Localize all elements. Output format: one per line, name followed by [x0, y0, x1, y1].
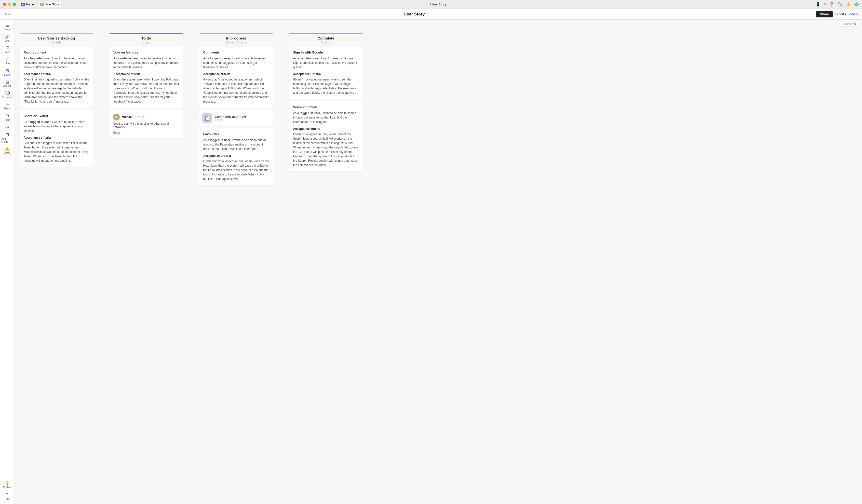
card-comments-ac-title: Acceptance criteria — [203, 72, 269, 76]
column-todo-title: To do — [109, 36, 183, 40]
sidebar-label-ai-ideas: AI Ideas — [3, 486, 12, 489]
tab-home[interactable]: M Home — [19, 2, 36, 7]
card-favourites[interactable]: Favourites As a logged-in user, I want t… — [199, 128, 273, 185]
content-header: 0 Unsorted — [15, 19, 862, 29]
card-vote-ac: Given I'm a guest user, when I open the … — [114, 77, 179, 104]
sidebar-item-add-image[interactable]: 🖼 Add image — [0, 131, 14, 145]
card-twitter-ac-title: Acceptance criteria — [24, 136, 89, 140]
sidebar-item-sketch[interactable]: ✏ Sketch — [0, 101, 14, 112]
app-tabs: M Home User Story — [19, 2, 61, 7]
card-comments-user-flow[interactable]: 📋 Comments user flow 0 cards — [199, 110, 273, 126]
todo-icon: ☑ — [6, 46, 9, 50]
arrow-todo-inprogress: → — [188, 52, 194, 57]
view-button[interactable]: View ▾ — [849, 12, 858, 16]
card-search-function[interactable]: Search function As a logged-in user, I w… — [289, 101, 363, 171]
arrow-inprogress-complete: → — [278, 52, 284, 57]
export-button[interactable]: Export ▾ — [835, 12, 847, 16]
sidebar-label-comment: Comment — [2, 96, 13, 98]
column-icon: ▤ — [5, 80, 9, 84]
mobile-icon[interactable]: 📱 — [815, 2, 821, 6]
sidebar-item-column[interactable]: ▤ Column — [0, 78, 14, 89]
sidebar-item-note[interactable]: ☰ Note — [0, 22, 14, 33]
help-icon[interactable]: ❓ — [829, 2, 834, 6]
card-search-ac: Given I'm a logged-in user, when I selec… — [293, 132, 359, 167]
card-vote-ac-title: Acceptance criteria — [114, 72, 179, 76]
column-inprogress: In progress 1 board, 2 cards Comments As… — [199, 32, 273, 500]
column-inprogress-subtitle: 1 board, 2 cards — [199, 41, 273, 44]
sidebar-item-line[interactable]: ╱ Line — [0, 55, 14, 67]
sidebar-item-board[interactable]: ⊞ Board — [0, 67, 14, 78]
sidebar-item-more[interactable]: ••• — [0, 123, 14, 131]
sidebar-label-line: Line — [5, 62, 10, 65]
card-report-ac-title: Acceptance criteria — [24, 72, 89, 76]
sidebar-label-note: Note — [5, 28, 10, 31]
sidebar-item-trash[interactable]: 🗑 Trash — [0, 491, 14, 502]
card-comments[interactable]: Comments As a logged-in user, I want to … — [199, 47, 273, 108]
settings-icon[interactable]: ⚙️ — [854, 2, 859, 6]
share-button[interactable]: Share — [816, 11, 833, 17]
card-sign-in-google[interactable]: Sign in with Google As an existing user,… — [289, 47, 363, 99]
title-actions: 📱 0 ❓ 🔍 🔔 ⚙️ — [815, 2, 859, 6]
window-controls — [3, 3, 16, 6]
board-thumb: 📋 — [202, 113, 212, 123]
card-favourites-ac-title: Acceptance Criteria — [203, 154, 269, 158]
board-thumb-info: Comments user flow 0 cards — [214, 115, 246, 121]
card-report-ac: Given that I'm a logged-in user, when I … — [24, 77, 89, 104]
miro-icon: M — [21, 3, 25, 6]
comment-reply-button[interactable]: Reply — [113, 131, 120, 134]
card-vote-title: Vote on features — [114, 51, 179, 54]
arrow-backlog-todo: → — [98, 52, 105, 57]
card-twitter-body: As a logged-in user, I want to be able t… — [24, 120, 89, 133]
comment-michael: M Michael 6 Nov 2019 Need to clarify if … — [109, 110, 183, 138]
maximize-button[interactable] — [13, 3, 16, 6]
column-todo: To do 1 card Vote on features As a websi… — [109, 32, 183, 500]
board-thumb-title: Comments user flow — [214, 115, 246, 119]
minimize-button[interactable] — [8, 3, 11, 6]
column-backlog-header: User Stories Backlog 2 cards — [19, 32, 93, 47]
tab-user-story[interactable]: User Story — [38, 2, 61, 7]
sidebar-label-sketch: Sketch — [3, 107, 11, 110]
sidebar: ☰ Note 🔗 Link ☑ To-do ╱ Line ⊞ Board ▤ C… — [0, 19, 15, 504]
card-share-twitter[interactable]: Share on Twitter As a logged-in user, I … — [19, 110, 93, 167]
card-vote-features[interactable]: Vote on features As a website user, I wa… — [109, 47, 183, 108]
sidebar-item-todo[interactable]: ☑ To-do — [0, 44, 14, 55]
link-icon: 🔗 — [5, 35, 10, 39]
card-twitter-ac: Give that I'm a logged in user, when I c… — [24, 141, 89, 163]
column-complete: Complete 2 cards Sign in with Google As … — [289, 32, 363, 500]
column-inprogress-header: In progress 1 board, 2 cards — [199, 32, 273, 47]
sidebar-item-link[interactable]: 🔗 Link — [0, 33, 14, 44]
card-comments-body: As a logged-in user, I want to be able t… — [203, 56, 269, 69]
sidebar-label-trash: Trash — [4, 498, 10, 500]
column-backlog-title: User Stories Backlog — [19, 36, 93, 40]
window-title: User Story — [430, 2, 446, 6]
sidebar-item-draw[interactable]: ✍ Draw — [0, 145, 14, 156]
page-title: User Story — [404, 12, 425, 16]
card-search-ac-title: Acceptance criteria — [293, 127, 359, 131]
search-icon[interactable]: 🔍 — [837, 2, 843, 6]
card-signin-ac-title: Acceptance Criteria — [293, 72, 359, 76]
draw-icon: ✍ — [5, 147, 10, 151]
card-report-body: As a logged-in user, I want to be able t… — [24, 56, 89, 69]
column-todo-subtitle: 1 card — [109, 41, 183, 44]
app-body: ☰ Note 🔗 Link ☑ To-do ╱ Line ⊞ Board ▤ C… — [0, 19, 862, 504]
board-thumb-icon: 📋 — [204, 115, 210, 121]
bell-icon[interactable]: 🔔 — [846, 2, 851, 6]
main-toolbar: Saved User Story Share Export ▾ View ▾ — [0, 9, 862, 19]
sketch-icon: ✏ — [6, 103, 9, 106]
sidebar-item-ai-ideas[interactable]: 💡 AI Ideas — [0, 479, 14, 491]
card-signin-ac: Given I'm a logged out user, when I open… — [293, 77, 359, 95]
column-complete-cards: Sign in with Google As an existing user,… — [289, 47, 363, 500]
column-todo-header: To do 1 card — [109, 32, 183, 47]
card-report-content[interactable]: Report content As a logged-in user, I wa… — [19, 47, 93, 108]
column-complete-header: Complete 2 cards — [289, 32, 363, 47]
board-icon: ⊞ — [6, 69, 9, 72]
close-button[interactable] — [3, 3, 6, 6]
sidebar-item-comment[interactable]: 💬 Comment — [0, 89, 14, 101]
comment-avatar: M — [113, 114, 120, 120]
add-image-icon: 🖼 — [5, 133, 9, 137]
sidebar-item-table[interactable]: ⊟ Table — [0, 112, 14, 123]
line-icon: ╱ — [6, 57, 9, 61]
ai-ideas-icon: 💡 — [5, 481, 10, 485]
comment-date: 6 Nov 2019 — [134, 116, 148, 119]
toolbar-right: Share Export ▾ View ▾ — [816, 11, 858, 17]
